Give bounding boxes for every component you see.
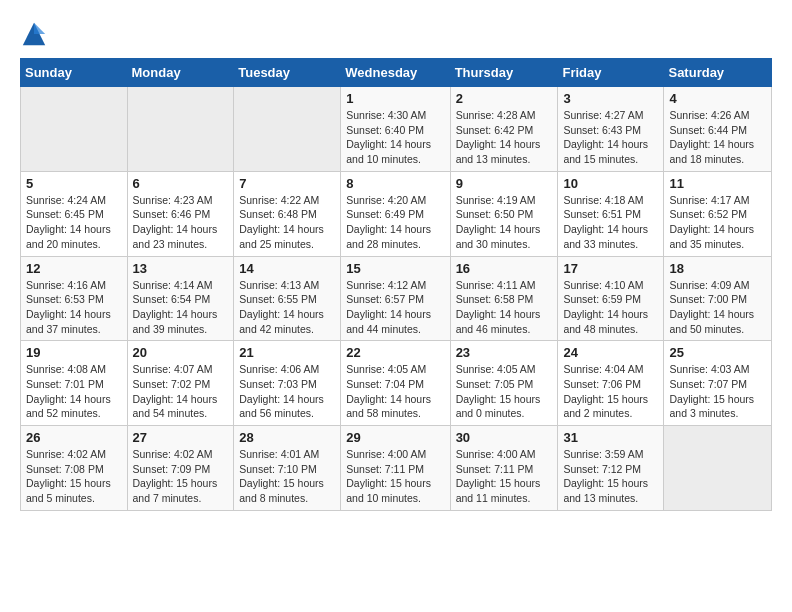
calendar-cell: 20Sunrise: 4:07 AM Sunset: 7:02 PM Dayli… bbox=[127, 341, 234, 426]
calendar-week-2: 5Sunrise: 4:24 AM Sunset: 6:45 PM Daylig… bbox=[21, 171, 772, 256]
svg-marker-1 bbox=[34, 23, 45, 34]
day-number: 4 bbox=[669, 91, 766, 106]
calendar-cell: 17Sunrise: 4:10 AM Sunset: 6:59 PM Dayli… bbox=[558, 256, 664, 341]
calendar-cell: 30Sunrise: 4:00 AM Sunset: 7:11 PM Dayli… bbox=[450, 426, 558, 511]
weekday-header-saturday: Saturday bbox=[664, 59, 772, 87]
calendar-cell: 14Sunrise: 4:13 AM Sunset: 6:55 PM Dayli… bbox=[234, 256, 341, 341]
day-number: 16 bbox=[456, 261, 553, 276]
day-info: Sunrise: 4:00 AM Sunset: 7:11 PM Dayligh… bbox=[346, 447, 444, 506]
calendar-cell: 23Sunrise: 4:05 AM Sunset: 7:05 PM Dayli… bbox=[450, 341, 558, 426]
day-info: Sunrise: 4:27 AM Sunset: 6:43 PM Dayligh… bbox=[563, 108, 658, 167]
calendar-cell: 1Sunrise: 4:30 AM Sunset: 6:40 PM Daylig… bbox=[341, 87, 450, 172]
calendar-cell: 18Sunrise: 4:09 AM Sunset: 7:00 PM Dayli… bbox=[664, 256, 772, 341]
day-number: 24 bbox=[563, 345, 658, 360]
calendar-cell bbox=[234, 87, 341, 172]
day-info: Sunrise: 4:26 AM Sunset: 6:44 PM Dayligh… bbox=[669, 108, 766, 167]
calendar-cell: 4Sunrise: 4:26 AM Sunset: 6:44 PM Daylig… bbox=[664, 87, 772, 172]
day-number: 11 bbox=[669, 176, 766, 191]
day-info: Sunrise: 4:18 AM Sunset: 6:51 PM Dayligh… bbox=[563, 193, 658, 252]
day-number: 17 bbox=[563, 261, 658, 276]
day-info: Sunrise: 4:05 AM Sunset: 7:05 PM Dayligh… bbox=[456, 362, 553, 421]
calendar-cell bbox=[664, 426, 772, 511]
day-info: Sunrise: 4:16 AM Sunset: 6:53 PM Dayligh… bbox=[26, 278, 122, 337]
day-info: Sunrise: 4:06 AM Sunset: 7:03 PM Dayligh… bbox=[239, 362, 335, 421]
weekday-header-thursday: Thursday bbox=[450, 59, 558, 87]
day-info: Sunrise: 4:07 AM Sunset: 7:02 PM Dayligh… bbox=[133, 362, 229, 421]
day-info: Sunrise: 4:20 AM Sunset: 6:49 PM Dayligh… bbox=[346, 193, 444, 252]
logo-icon bbox=[20, 20, 48, 48]
weekday-header-friday: Friday bbox=[558, 59, 664, 87]
calendar-cell: 15Sunrise: 4:12 AM Sunset: 6:57 PM Dayli… bbox=[341, 256, 450, 341]
day-number: 7 bbox=[239, 176, 335, 191]
day-number: 1 bbox=[346, 91, 444, 106]
calendar-cell: 11Sunrise: 4:17 AM Sunset: 6:52 PM Dayli… bbox=[664, 171, 772, 256]
calendar-cell bbox=[21, 87, 128, 172]
day-info: Sunrise: 4:12 AM Sunset: 6:57 PM Dayligh… bbox=[346, 278, 444, 337]
calendar-cell: 13Sunrise: 4:14 AM Sunset: 6:54 PM Dayli… bbox=[127, 256, 234, 341]
day-number: 27 bbox=[133, 430, 229, 445]
day-info: Sunrise: 4:02 AM Sunset: 7:08 PM Dayligh… bbox=[26, 447, 122, 506]
page-header bbox=[20, 20, 772, 48]
day-info: Sunrise: 4:13 AM Sunset: 6:55 PM Dayligh… bbox=[239, 278, 335, 337]
day-number: 14 bbox=[239, 261, 335, 276]
day-number: 30 bbox=[456, 430, 553, 445]
day-number: 28 bbox=[239, 430, 335, 445]
day-info: Sunrise: 4:02 AM Sunset: 7:09 PM Dayligh… bbox=[133, 447, 229, 506]
day-number: 10 bbox=[563, 176, 658, 191]
calendar-cell: 3Sunrise: 4:27 AM Sunset: 6:43 PM Daylig… bbox=[558, 87, 664, 172]
day-info: Sunrise: 4:23 AM Sunset: 6:46 PM Dayligh… bbox=[133, 193, 229, 252]
day-info: Sunrise: 4:30 AM Sunset: 6:40 PM Dayligh… bbox=[346, 108, 444, 167]
day-number: 26 bbox=[26, 430, 122, 445]
calendar-cell: 28Sunrise: 4:01 AM Sunset: 7:10 PM Dayli… bbox=[234, 426, 341, 511]
day-number: 9 bbox=[456, 176, 553, 191]
weekday-header-wednesday: Wednesday bbox=[341, 59, 450, 87]
day-info: Sunrise: 4:00 AM Sunset: 7:11 PM Dayligh… bbox=[456, 447, 553, 506]
calendar-cell: 10Sunrise: 4:18 AM Sunset: 6:51 PM Dayli… bbox=[558, 171, 664, 256]
calendar-cell: 31Sunrise: 3:59 AM Sunset: 7:12 PM Dayli… bbox=[558, 426, 664, 511]
calendar-cell: 2Sunrise: 4:28 AM Sunset: 6:42 PM Daylig… bbox=[450, 87, 558, 172]
day-number: 8 bbox=[346, 176, 444, 191]
day-number: 12 bbox=[26, 261, 122, 276]
day-info: Sunrise: 3:59 AM Sunset: 7:12 PM Dayligh… bbox=[563, 447, 658, 506]
calendar-cell bbox=[127, 87, 234, 172]
day-number: 5 bbox=[26, 176, 122, 191]
day-number: 25 bbox=[669, 345, 766, 360]
day-info: Sunrise: 4:10 AM Sunset: 6:59 PM Dayligh… bbox=[563, 278, 658, 337]
day-number: 29 bbox=[346, 430, 444, 445]
day-number: 31 bbox=[563, 430, 658, 445]
logo bbox=[20, 20, 52, 48]
day-number: 2 bbox=[456, 91, 553, 106]
calendar-cell: 19Sunrise: 4:08 AM Sunset: 7:01 PM Dayli… bbox=[21, 341, 128, 426]
day-number: 6 bbox=[133, 176, 229, 191]
calendar-cell: 26Sunrise: 4:02 AM Sunset: 7:08 PM Dayli… bbox=[21, 426, 128, 511]
day-info: Sunrise: 4:04 AM Sunset: 7:06 PM Dayligh… bbox=[563, 362, 658, 421]
day-number: 18 bbox=[669, 261, 766, 276]
weekday-header-sunday: Sunday bbox=[21, 59, 128, 87]
day-number: 22 bbox=[346, 345, 444, 360]
day-info: Sunrise: 4:08 AM Sunset: 7:01 PM Dayligh… bbox=[26, 362, 122, 421]
day-number: 20 bbox=[133, 345, 229, 360]
calendar-cell: 16Sunrise: 4:11 AM Sunset: 6:58 PM Dayli… bbox=[450, 256, 558, 341]
calendar-cell: 7Sunrise: 4:22 AM Sunset: 6:48 PM Daylig… bbox=[234, 171, 341, 256]
calendar-cell: 21Sunrise: 4:06 AM Sunset: 7:03 PM Dayli… bbox=[234, 341, 341, 426]
day-number: 21 bbox=[239, 345, 335, 360]
calendar-week-1: 1Sunrise: 4:30 AM Sunset: 6:40 PM Daylig… bbox=[21, 87, 772, 172]
day-info: Sunrise: 4:28 AM Sunset: 6:42 PM Dayligh… bbox=[456, 108, 553, 167]
calendar-table: SundayMondayTuesdayWednesdayThursdayFrid… bbox=[20, 58, 772, 511]
calendar-cell: 29Sunrise: 4:00 AM Sunset: 7:11 PM Dayli… bbox=[341, 426, 450, 511]
calendar-week-5: 26Sunrise: 4:02 AM Sunset: 7:08 PM Dayli… bbox=[21, 426, 772, 511]
day-info: Sunrise: 4:19 AM Sunset: 6:50 PM Dayligh… bbox=[456, 193, 553, 252]
day-info: Sunrise: 4:24 AM Sunset: 6:45 PM Dayligh… bbox=[26, 193, 122, 252]
day-number: 3 bbox=[563, 91, 658, 106]
day-info: Sunrise: 4:11 AM Sunset: 6:58 PM Dayligh… bbox=[456, 278, 553, 337]
calendar-week-4: 19Sunrise: 4:08 AM Sunset: 7:01 PM Dayli… bbox=[21, 341, 772, 426]
day-info: Sunrise: 4:03 AM Sunset: 7:07 PM Dayligh… bbox=[669, 362, 766, 421]
day-info: Sunrise: 4:05 AM Sunset: 7:04 PM Dayligh… bbox=[346, 362, 444, 421]
day-number: 13 bbox=[133, 261, 229, 276]
calendar-cell: 25Sunrise: 4:03 AM Sunset: 7:07 PM Dayli… bbox=[664, 341, 772, 426]
calendar-cell: 9Sunrise: 4:19 AM Sunset: 6:50 PM Daylig… bbox=[450, 171, 558, 256]
calendar-week-3: 12Sunrise: 4:16 AM Sunset: 6:53 PM Dayli… bbox=[21, 256, 772, 341]
calendar-cell: 22Sunrise: 4:05 AM Sunset: 7:04 PM Dayli… bbox=[341, 341, 450, 426]
calendar-cell: 24Sunrise: 4:04 AM Sunset: 7:06 PM Dayli… bbox=[558, 341, 664, 426]
day-info: Sunrise: 4:01 AM Sunset: 7:10 PM Dayligh… bbox=[239, 447, 335, 506]
